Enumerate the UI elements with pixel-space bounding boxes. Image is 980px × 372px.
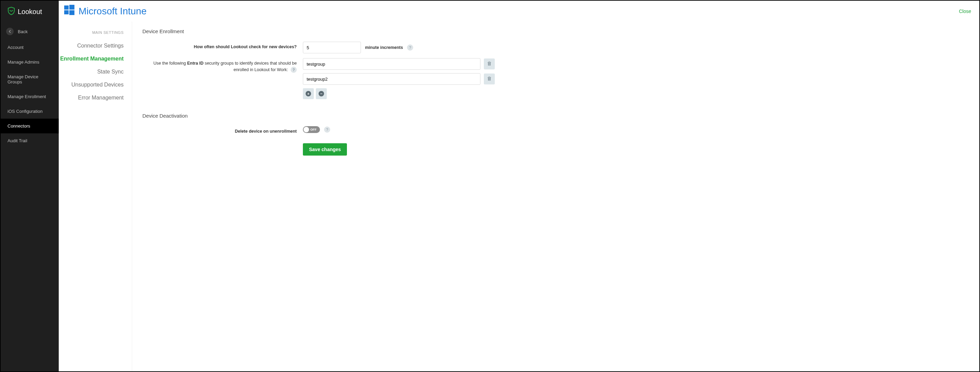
sidebar-item-label: Account bbox=[8, 45, 24, 50]
groups-label-pre: Use the following bbox=[153, 61, 187, 65]
settings-item-connector-settings[interactable]: Connector Settings bbox=[59, 39, 132, 52]
section-title-enrollment: Device Enrollment bbox=[142, 29, 969, 34]
topbar: Microsoft Intune Close bbox=[59, 1, 979, 22]
back-button[interactable]: Back bbox=[1, 23, 59, 40]
groups-label-post: security groups to identify devices that… bbox=[204, 61, 297, 72]
section-title-deactivation: Device Deactivation bbox=[142, 113, 969, 119]
app-sidebar: Lookout Back Account Manage Admins Manag… bbox=[1, 1, 59, 371]
delete-on-unenroll-label: Delete device on unenrollment bbox=[142, 126, 303, 135]
integration-brand: Microsoft Intune bbox=[64, 4, 146, 18]
sidebar-item-label: Connectors bbox=[8, 123, 30, 129]
main-area: Microsoft Intune Close MAIN SETTINGS Con… bbox=[59, 1, 979, 371]
sidebar-item-manage-admins[interactable]: Manage Admins bbox=[1, 55, 59, 69]
app-brand: Lookout bbox=[1, 1, 59, 23]
settings-item-state-sync[interactable]: State Sync bbox=[59, 65, 132, 78]
toggle-state-label: OFF bbox=[310, 128, 317, 131]
minus-icon: − bbox=[318, 91, 324, 96]
delete-on-unenroll-toggle[interactable]: OFF bbox=[303, 126, 320, 133]
security-groups-row: Use the following Entra ID security grou… bbox=[142, 58, 969, 99]
help-icon[interactable]: ? bbox=[324, 126, 330, 133]
settings-item-label: Error Management bbox=[78, 95, 124, 101]
trash-icon bbox=[487, 76, 492, 82]
chevron-left-icon bbox=[6, 28, 14, 35]
sidebar-item-label: iOS Configuration bbox=[8, 109, 43, 114]
sidebar-item-label: Manage Enrollment bbox=[8, 94, 46, 99]
brand-name: Lookout bbox=[18, 8, 42, 16]
integration-name: Microsoft Intune bbox=[78, 6, 146, 17]
back-label: Back bbox=[18, 29, 28, 34]
settings-item-unsupported-devices[interactable]: Unsupported Devices bbox=[59, 78, 132, 91]
remove-group-button[interactable]: − bbox=[316, 88, 327, 99]
settings-item-label: Enrollment Management bbox=[60, 56, 124, 62]
check-frequency-row: How often should Lookout check for new d… bbox=[142, 42, 969, 53]
svg-rect-1 bbox=[69, 5, 75, 10]
settings-nav-header: MAIN SETTINGS bbox=[59, 29, 132, 39]
settings-item-label: Unsupported Devices bbox=[72, 82, 124, 88]
check-frequency-unit: minute increments bbox=[365, 45, 403, 50]
sidebar-item-audit-trail[interactable]: Audit Trail bbox=[1, 133, 59, 148]
enrollment-panel: Device Enrollment How often should Looko… bbox=[132, 22, 979, 371]
svg-rect-2 bbox=[64, 10, 68, 14]
security-group-row bbox=[303, 73, 969, 85]
security-group-row bbox=[303, 58, 969, 70]
delete-on-unenroll-row: Delete device on unenrollment OFF ? Save… bbox=[142, 126, 969, 156]
add-group-button[interactable]: + bbox=[303, 88, 314, 99]
security-groups-label: Use the following Entra ID security grou… bbox=[142, 58, 303, 73]
sidebar-item-label: Manage Admins bbox=[8, 59, 39, 65]
sidebar-item-connectors[interactable]: Connectors bbox=[1, 119, 59, 133]
check-frequency-input[interactable] bbox=[303, 42, 361, 53]
svg-rect-3 bbox=[69, 10, 75, 15]
sidebar-item-manage-device-groups[interactable]: Manage Device Groups bbox=[1, 69, 59, 89]
settings-item-error-management[interactable]: Error Management bbox=[59, 91, 132, 104]
save-button[interactable]: Save changes bbox=[303, 143, 347, 156]
close-button[interactable]: Close bbox=[959, 8, 971, 14]
sidebar-item-account[interactable]: Account bbox=[1, 40, 59, 55]
sidebar-item-ios-configuration[interactable]: iOS Configuration bbox=[1, 104, 59, 119]
settings-item-enrollment-management[interactable]: Enrollment Management bbox=[59, 52, 132, 65]
groups-label-bold: Entra ID bbox=[187, 61, 204, 65]
sidebar-item-label: Manage Device Groups bbox=[8, 74, 38, 85]
security-group-input[interactable] bbox=[303, 73, 480, 85]
lookout-shield-icon bbox=[8, 7, 15, 17]
svg-rect-0 bbox=[64, 5, 68, 10]
help-icon[interactable]: ? bbox=[407, 45, 413, 51]
settings-nav: MAIN SETTINGS Connector Settings Enrollm… bbox=[59, 22, 132, 371]
delete-group-button[interactable] bbox=[484, 73, 495, 85]
sidebar-item-manage-enrollment[interactable]: Manage Enrollment bbox=[1, 89, 59, 104]
plus-icon: + bbox=[305, 91, 311, 96]
settings-item-label: Connector Settings bbox=[77, 43, 124, 49]
windows-logo-icon bbox=[64, 4, 75, 18]
delete-group-button[interactable] bbox=[484, 59, 495, 69]
content-row: MAIN SETTINGS Connector Settings Enrollm… bbox=[59, 22, 979, 371]
security-group-input[interactable] bbox=[303, 58, 480, 70]
check-frequency-label: How often should Lookout check for new d… bbox=[142, 42, 303, 50]
trash-icon bbox=[487, 61, 492, 67]
settings-item-label: State Sync bbox=[97, 69, 124, 75]
help-icon[interactable]: ? bbox=[291, 67, 297, 73]
sidebar-item-label: Audit Trail bbox=[8, 138, 27, 143]
